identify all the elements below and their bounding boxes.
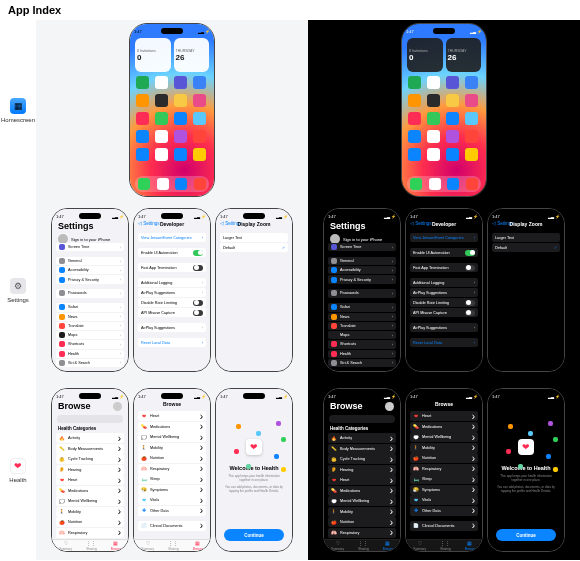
app-icon[interactable] bbox=[427, 130, 440, 143]
settings-item[interactable]: Safari › bbox=[56, 303, 124, 311]
phone-health-browse[interactable]: 1:47▂▃ ⚡ Browse Health Categories 🔥 Acti… bbox=[323, 388, 401, 552]
app-icon[interactable] bbox=[174, 76, 187, 89]
app-icon[interactable] bbox=[427, 94, 440, 107]
developer-item[interactable]: Disable Rate Limiting bbox=[138, 298, 206, 307]
phone-health-browse[interactable]: 1:47▂▃ ⚡ Browse Health Categories 🔥 Acti… bbox=[51, 388, 129, 552]
health-category[interactable]: 🫁 Respiratory› bbox=[138, 464, 206, 474]
settings-item[interactable]: Shortcuts › bbox=[328, 340, 396, 348]
widget-date[interactable]: THURSDAY 26 bbox=[446, 38, 482, 72]
health-category[interactable]: ❤ Vitals› bbox=[138, 495, 206, 505]
health-category[interactable]: 💭 Mental Wellbeing› bbox=[138, 432, 206, 442]
app-icon[interactable] bbox=[465, 94, 478, 107]
dock-app-icon[interactable] bbox=[194, 178, 206, 190]
developer-item[interactable]: Reset Local Data› bbox=[138, 338, 206, 347]
settings-item[interactable]: Passwords › bbox=[56, 289, 124, 297]
health-category[interactable]: 💭 Mental Wellbeing› bbox=[56, 496, 124, 506]
phone-settings-main[interactable]: 1:47▂▃ ⚡ Settings Sign in to your iPhone… bbox=[51, 208, 129, 372]
phone-homescreen-light[interactable]: 1:47▂▃ ⚡ 0 Invitations 0 THURSDAY 26 bbox=[129, 23, 215, 197]
phone-health-welcome[interactable]: 1:47▂▃ ⚡ Welcome to Health This app keep… bbox=[487, 388, 565, 552]
developer-item[interactable]: AirPlay Suggestions› bbox=[138, 288, 206, 297]
app-icon[interactable] bbox=[465, 130, 478, 143]
search-input[interactable] bbox=[329, 415, 395, 423]
app-icon[interactable] bbox=[174, 148, 187, 161]
app-icon[interactable] bbox=[446, 112, 459, 125]
app-icon[interactable] bbox=[155, 148, 168, 161]
settings-item[interactable]: Maps › bbox=[328, 331, 396, 339]
app-icon[interactable] bbox=[465, 148, 478, 161]
health-category[interactable]: 🚶 Mobility› bbox=[328, 507, 396, 517]
app-icon[interactable] bbox=[465, 76, 478, 89]
app-icon[interactable] bbox=[136, 148, 149, 161]
health-category[interactable]: 👶 Cycle Tracking› bbox=[328, 454, 396, 464]
settings-item[interactable]: Privacy & Security › bbox=[328, 275, 396, 283]
app-icon[interactable] bbox=[174, 112, 187, 125]
health-category[interactable]: ❤ Heart› bbox=[138, 411, 206, 421]
settings-item[interactable]: Shortcuts › bbox=[56, 340, 124, 348]
app-icon[interactable] bbox=[174, 94, 187, 107]
health-category[interactable]: ❤ Heart› bbox=[56, 475, 124, 485]
health-category[interactable]: 🚶 Mobility› bbox=[138, 443, 206, 453]
app-icon[interactable] bbox=[408, 130, 421, 143]
health-category[interactable]: 🍎 Nutrition› bbox=[410, 453, 478, 463]
dock-app-icon[interactable] bbox=[466, 178, 478, 190]
health-category[interactable]: 🫁 Respiratory› bbox=[56, 528, 124, 538]
dock-app-icon[interactable] bbox=[447, 178, 459, 190]
dock-app-icon[interactable] bbox=[410, 178, 422, 190]
tab-browse[interactable]: ▦Browse bbox=[383, 540, 393, 551]
tab-summary[interactable]: ♡Summary bbox=[141, 540, 154, 551]
app-icon[interactable] bbox=[408, 76, 421, 89]
settings-item[interactable]: Privacy & Security › bbox=[56, 275, 124, 283]
phone-health-browse[interactable]: 1:47▂▃ ⚡ Browse ❤ Heart› 💊 Medications› … bbox=[133, 388, 211, 552]
app-icon[interactable] bbox=[193, 148, 206, 161]
settings-item[interactable]: News › bbox=[328, 313, 396, 321]
zoom-item[interactable]: Larger Text bbox=[492, 233, 560, 242]
health-category[interactable]: 💊 Medications› bbox=[138, 422, 206, 432]
dock-app-icon[interactable] bbox=[157, 178, 169, 190]
tab-summary[interactable]: ♡Summary bbox=[59, 540, 72, 551]
tab-sharing[interactable]: ⋮⋮Sharing bbox=[440, 540, 450, 551]
health-category[interactable]: ✚ Other Data› bbox=[410, 506, 478, 516]
health-category[interactable]: 🍎 Nutrition› bbox=[56, 517, 124, 527]
phone-settings-developer[interactable]: 1:47▂▃ ⚡ ◁ Settings Developer View Jetsa… bbox=[133, 208, 211, 372]
health-category[interactable]: 💭 Mental Wellbeing› bbox=[410, 432, 478, 442]
app-icon[interactable] bbox=[136, 94, 149, 107]
app-icon[interactable] bbox=[446, 76, 459, 89]
settings-item[interactable]: Translate › bbox=[328, 322, 396, 330]
phone-settings-developer[interactable]: 1:47▂▃ ⚡ ◁ Settings Developer View Jetsa… bbox=[405, 208, 483, 372]
settings-item[interactable]: Health › bbox=[56, 350, 124, 358]
app-icon[interactable] bbox=[446, 148, 459, 161]
app-icon[interactable] bbox=[446, 94, 459, 107]
health-category[interactable]: 🫁 Respiratory› bbox=[328, 528, 396, 538]
health-category[interactable]: 💭 Mental Wellbeing› bbox=[328, 496, 396, 506]
settings-item[interactable]: Passwords › bbox=[328, 289, 396, 297]
app-icon[interactable] bbox=[446, 130, 459, 143]
phone-health-welcome[interactable]: 1:47▂▃ ⚡ Welcome to Health This app keep… bbox=[215, 388, 293, 552]
health-category[interactable]: ❤ Heart› bbox=[328, 475, 396, 485]
app-icon[interactable] bbox=[427, 148, 440, 161]
phone-homescreen-dark[interactable]: 1:47▂▃ ⚡ 0 Invitations 0 THURSDAY 26 bbox=[401, 23, 487, 197]
app-icon[interactable] bbox=[136, 130, 149, 143]
settings-item[interactable]: Accessibility › bbox=[328, 266, 396, 274]
health-category[interactable]: 🤧 Symptoms› bbox=[138, 485, 206, 495]
app-icon[interactable] bbox=[174, 130, 187, 143]
settings-item[interactable]: General › bbox=[328, 257, 396, 265]
phone-health-browse[interactable]: 1:47▂▃ ⚡ Browse ❤ Heart› 💊 Medications› … bbox=[405, 388, 483, 552]
tab-sharing[interactable]: ⋮⋮Sharing bbox=[168, 540, 178, 551]
settings-item[interactable]: Siri & Search › bbox=[328, 359, 396, 367]
health-category[interactable]: 🔥 Activity› bbox=[56, 433, 124, 443]
settings-item[interactable]: General › bbox=[56, 257, 124, 265]
zoom-item[interactable]: Larger Text bbox=[220, 233, 288, 242]
health-category[interactable]: 👂 Hearing› bbox=[56, 465, 124, 475]
phone-settings-zoom[interactable]: 1:47▂▃ ⚡ ◁ Settings Display Zoom Larger … bbox=[215, 208, 293, 372]
developer-item[interactable]: API Misuse Capture bbox=[410, 308, 478, 317]
settings-item[interactable]: Safari › bbox=[328, 303, 396, 311]
health-category[interactable]: ✚ Other Data› bbox=[138, 506, 206, 516]
profile-avatar[interactable] bbox=[113, 402, 122, 411]
app-icon[interactable] bbox=[465, 112, 478, 125]
profile-avatar[interactable] bbox=[385, 402, 394, 411]
app-icon[interactable] bbox=[408, 112, 421, 125]
health-category[interactable]: 🛏 Sleep› bbox=[138, 474, 206, 484]
app-icon[interactable] bbox=[427, 112, 440, 125]
app-icon[interactable] bbox=[193, 94, 206, 107]
tab-browse[interactable]: ▦Browse bbox=[465, 540, 475, 551]
